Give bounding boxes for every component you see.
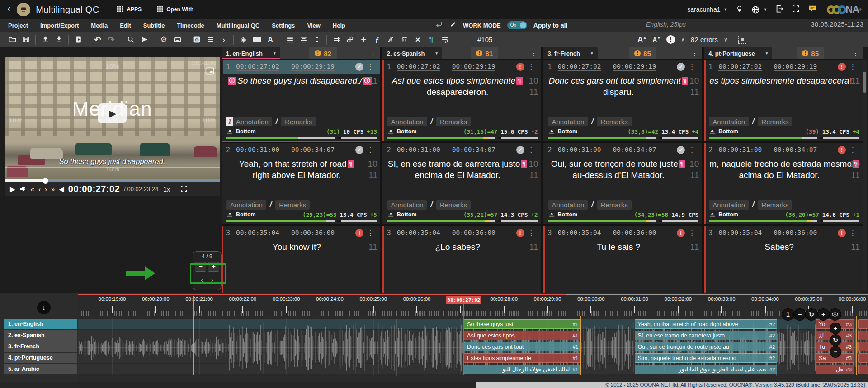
gear-icon[interactable]: ⚙ — [157, 33, 170, 47]
subtitle-block[interactable]: Yeah, on that stretch of road right abov… — [635, 319, 778, 329]
card-menu-icon[interactable]: ⋮ — [363, 146, 377, 154]
page-indicator-button[interactable]: 1 — [782, 308, 794, 321]
zoom-in-button[interactable]: + — [208, 262, 219, 272]
subtitle-text[interactable]: disparu. — [603, 87, 634, 97]
send-icon[interactable] — [137, 33, 151, 47]
logout-icon[interactable] — [775, 5, 784, 15]
start-timecode-field[interactable]: 00:00:31:00 — [397, 146, 440, 154]
subtitle-block-partial[interactable] — [858, 353, 868, 363]
pip-icon[interactable] — [205, 67, 214, 76]
card-menu-icon[interactable]: ⋮ — [524, 229, 538, 237]
play-button[interactable]: ▶ — [10, 186, 15, 192]
subtitle-text[interactable]: acima do El Matador. — [739, 170, 819, 180]
subtitle-block[interactable]: So these guys just#1 — [464, 319, 580, 329]
subtitle-block[interactable]: لذلك اختفى هؤلاء الرجال للتو#1 — [464, 365, 580, 374]
subtitle-text[interactable]: es tipos simplesmente desaparecera — [709, 76, 849, 85]
next-page-button[interactable]: › — [211, 276, 213, 284]
subtitle-block-partial[interactable] — [858, 365, 868, 374]
subtitle-text[interactable]: You know it? — [273, 242, 321, 252]
start-timecode-field[interactable]: 00:00:31:00 — [558, 146, 601, 154]
end-timecode-field[interactable]: 00:00:36:00 — [452, 229, 495, 237]
remarks-link[interactable]: Remarks — [597, 117, 632, 126]
card-text-area[interactable]: Sí, en ese tramo de carretera justo¶enci… — [384, 157, 541, 196]
subtitle-text[interactable]: Oui, sur ce tronçon de route juste — [551, 159, 678, 168]
card-menu-icon[interactable]: ⋮ — [846, 146, 860, 154]
card-text-area[interactable]: es tipos simplesmente desaparecera!11 — [706, 74, 863, 113]
menu-item-multilingual-qc[interactable]: Multilingual QC — [217, 22, 259, 29]
card-text-area[interactable]: Así que estos tipos simplemente¶desapare… — [384, 74, 541, 113]
start-timecode-field[interactable]: 00:00:35:04 — [397, 229, 440, 237]
subtitle-block-partial[interactable] — [858, 331, 868, 340]
layers-icon[interactable]: ◈ — [236, 33, 250, 47]
font-strike-icon[interactable]: A — [384, 33, 397, 47]
annotation-link[interactable]: Annotation — [709, 200, 749, 210]
language-select[interactable]: 4. pt-Portuguese▾ — [704, 47, 772, 59]
jump-end-button[interactable]: » — [51, 186, 55, 192]
card-text-area[interactable]: You know it?11 — [223, 240, 380, 279]
trash-icon[interactable] — [397, 33, 411, 47]
remarks-link[interactable]: Remarks — [275, 200, 310, 210]
end-timecode-field[interactable]: 00:00:29:19 — [452, 63, 495, 71]
wrap-text-icon[interactable] — [438, 33, 452, 47]
end-timecode-field[interactable]: 00:00:29:19 — [291, 63, 335, 71]
download-icon[interactable] — [52, 33, 66, 47]
menu-item-project[interactable]: Project — [8, 22, 28, 29]
card-menu-icon[interactable]: ⋮ — [524, 146, 538, 154]
remarks-link[interactable]: Remarks — [758, 200, 792, 210]
end-timecode-field[interactable]: 00:00:36:00 — [291, 229, 335, 237]
subtitle-block[interactable]: Oui, sur ce tronçon de route juste au-#2 — [635, 342, 778, 351]
upload-icon[interactable] — [38, 33, 52, 47]
card-menu-icon[interactable]: ⋮ — [685, 146, 699, 154]
folder-icon[interactable] — [5, 33, 19, 47]
end-timecode-field[interactable]: 00:00:29:19 — [613, 63, 656, 71]
end-timecode-field[interactable]: 00:00:34:07 — [291, 146, 335, 154]
zoom-out-button[interactable]: − — [195, 262, 206, 272]
card-text-area[interactable]: ⒾSo these guys just disappeared./Ⓘ11 — [223, 74, 380, 113]
end-timecode-field[interactable]: 00:00:36:00 — [613, 229, 656, 237]
menu-item-edit[interactable]: Edit — [120, 22, 131, 29]
timeline-canvas[interactable]: 00:00:27:02 00:00:19:0000:00:20:0000:00:… — [78, 293, 868, 382]
subtitle-text[interactable]: m, naquele trecho de estrada mesmo — [709, 159, 852, 168]
subtitle-text[interactable]: right above El Matador. — [253, 170, 341, 180]
italic-f-icon[interactable]: ƒ — [370, 33, 384, 47]
open-with-button[interactable]: Open With — [157, 6, 193, 14]
column-menu-icon[interactable]: ⋮ — [688, 47, 702, 59]
column-menu-icon[interactable]: ⋮ — [849, 47, 863, 59]
subtitle-text[interactable]: ¿Lo sabes? — [435, 242, 480, 252]
remarks-link[interactable]: Remarks — [281, 117, 316, 126]
card-menu-icon[interactable]: ⋮ — [685, 229, 699, 237]
timeline-track-4[interactable]: 4. pt-Portuguese — [4, 353, 77, 363]
timeline-track-3[interactable]: 3. fr-French — [4, 341, 77, 352]
fill-rect-icon[interactable] — [250, 33, 264, 47]
keyboard-icon[interactable] — [170, 33, 184, 47]
remarks-link[interactable]: Remarks — [758, 117, 792, 126]
add-icon[interactable]: + — [357, 33, 370, 47]
step-back-icon[interactable]: ◀ — [59, 186, 64, 192]
timeline-track-5[interactable]: 5. ar-Arabic — [4, 364, 77, 374]
timeline-collapse-button[interactable]: ↓ — [37, 301, 51, 314]
apps-button[interactable]: APPS — [117, 6, 142, 14]
menu-item-timecode[interactable]: Timecode — [177, 22, 204, 29]
language-select[interactable]: 2. es-Spanish▾ — [382, 47, 442, 59]
next-frame-button[interactable]: › — [45, 186, 47, 192]
subtitle-text[interactable]: Yeah, on that stretch of road — [239, 159, 347, 168]
card-menu-icon[interactable]: ⋮ — [524, 63, 538, 71]
remarks-link[interactable]: Remarks — [436, 200, 471, 210]
save-icon[interactable] — [19, 33, 33, 47]
start-timecode-field[interactable]: 00:00:31:00 — [236, 146, 279, 154]
card-menu-icon[interactable]: ⋮ — [363, 229, 377, 237]
start-timecode-field[interactable]: 00:00:27:02 — [558, 63, 601, 71]
sync-arrow-icon[interactable] — [435, 20, 443, 30]
playhead-label[interactable]: 00:00:27:02 — [446, 296, 481, 304]
side-zoom-out-button[interactable]: − — [830, 346, 841, 358]
subtitle-block[interactable]: Sí, en ese tramo de carretera justo#2 — [635, 331, 778, 340]
language-select[interactable]: 1. en-English▾ — [222, 47, 280, 59]
error-count-badge[interactable]: !82 — [309, 47, 337, 59]
prev-frame-button[interactable]: ‹ — [38, 186, 41, 192]
start-timecode-field[interactable]: 00:00:27:02 — [236, 63, 279, 71]
end-timecode-field[interactable]: 00:00:34:07 — [613, 146, 656, 154]
timeline-zoom-out-button[interactable]: − — [793, 308, 806, 321]
video-fullscreen-icon[interactable] — [180, 185, 187, 193]
remarks-link[interactable]: Remarks — [436, 117, 471, 126]
menu-item-subtitle[interactable]: Subtitle — [143, 22, 165, 29]
